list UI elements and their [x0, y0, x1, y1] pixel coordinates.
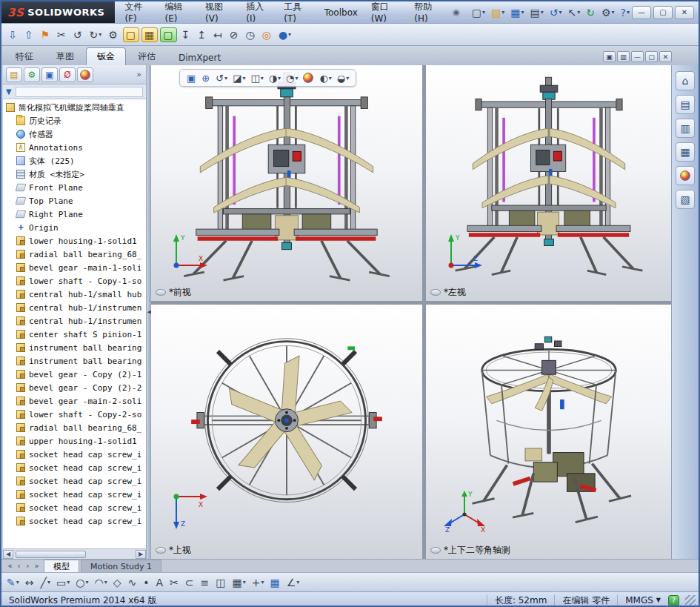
display-style-icon[interactable]: ◑ ▾ — [267, 70, 283, 85]
maximize-button[interactable]: ▢ — [653, 6, 673, 19]
flag-icon[interactable]: ⚑ — [38, 26, 53, 44]
point-icon[interactable]: • — [141, 574, 152, 591]
tree-item[interactable]: Right Plane — [3, 208, 146, 221]
tab-sheet-metal[interactable]: 钣金 — [86, 47, 126, 65]
target-icon[interactable]: ◎ — [260, 26, 274, 44]
tree-item[interactable]: socket head cap screw_i — [3, 501, 146, 514]
custom-properties-icon[interactable]: ▧ — [676, 190, 695, 209]
tab-model[interactable]: 模型 — [44, 560, 79, 572]
viewport-grid-icon[interactable]: ▥ — [617, 51, 630, 62]
move-entities-icon[interactable]: + ▾ — [250, 574, 267, 591]
design-library-icon[interactable]: ▤ — [676, 95, 695, 114]
tree-item[interactable]: Annotations — [3, 141, 146, 154]
file-explorer-icon[interactable]: ▥ — [676, 119, 695, 138]
help-icon[interactable]: ? ▾ — [619, 4, 632, 21]
rectangle-icon[interactable]: ▭ ▾ — [54, 574, 72, 591]
tree-item[interactable]: bevel gear -main-2-soli — [3, 394, 146, 408]
open-document-icon[interactable]: ▨ ▾ — [489, 4, 507, 21]
tree-item[interactable]: central hub-1/instrumen — [3, 301, 146, 314]
scroll-first-icon[interactable]: « — [6, 562, 14, 570]
appearances-icon[interactable] — [676, 166, 695, 185]
menu-help[interactable]: 帮助(H) — [407, 1, 449, 23]
tab-evaluate[interactable]: 评估 — [127, 47, 167, 65]
arrow-into-box-icon[interactable]: ⇩ — [6, 26, 20, 44]
scrollbar-thumb[interactable] — [16, 551, 86, 558]
trim-entities-icon[interactable]: ✂ — [167, 574, 181, 591]
displaymanager-icon[interactable] — [77, 67, 93, 82]
tree-item[interactable]: lower shaft - Copy-2-so — [3, 408, 146, 421]
smart-dimension-icon[interactable]: ↔ — [23, 574, 37, 591]
spline-icon[interactable]: ∿ — [125, 574, 139, 591]
menu-pin-icon[interactable]: ◉ — [449, 7, 464, 17]
tab-dimxpert[interactable]: DimXpert — [167, 50, 232, 65]
tree-item[interactable]: 材质 <未指定> — [3, 167, 146, 181]
arrow-out-of-box-icon[interactable]: ⇧ — [22, 26, 36, 44]
zoom-area-icon[interactable]: ⊕ — [199, 70, 213, 85]
menu-view[interactable]: 视图(V) — [199, 1, 239, 23]
tree-item[interactable]: socket head cap screw_i — [3, 461, 146, 474]
tree-item[interactable]: bevel gear -main-1-soli — [3, 261, 146, 274]
doc-restore-icon[interactable]: ▢ — [645, 51, 658, 62]
polygon-icon[interactable]: ◇ — [111, 574, 124, 591]
undo-icon[interactable]: ↺ ▾ — [547, 4, 564, 21]
rotate-ccw-icon[interactable]: ↺ — [71, 26, 85, 44]
rebuild-icon[interactable]: ↻ — [584, 4, 598, 21]
doc-minimize-icon[interactable]: — — [631, 51, 644, 62]
tree-item[interactable]: lower shaft - Copy-1-so — [3, 274, 146, 288]
tree-item[interactable]: socket head cap screw_i — [3, 448, 146, 461]
line-icon[interactable]: ╱ ▾ — [38, 574, 52, 591]
propertymanager-icon[interactable]: ⚙ — [24, 67, 40, 82]
tree-item[interactable]: 历史记录 — [3, 114, 146, 127]
grid-snap-icon[interactable]: ▦ — [267, 574, 282, 591]
resize-grip[interactable] — [685, 595, 696, 606]
menu-tools[interactable]: 工具(T) — [277, 1, 317, 23]
rotate-cw-icon[interactable]: ↻ ▾ — [87, 26, 104, 44]
view-palette-icon[interactable]: ▦ — [676, 142, 695, 162]
yellow-window-icon[interactable]: ▢ — [123, 27, 139, 42]
panel-overflow-chevron[interactable]: » — [136, 70, 143, 79]
tree-item[interactable]: lower housing-1-solid1 — [3, 234, 146, 248]
menu-file[interactable]: 文件(F) — [118, 1, 158, 23]
gear-icon[interactable]: ⚙ — [106, 26, 121, 44]
tree-item[interactable]: Origin — [3, 221, 146, 234]
featuremanager-icon[interactable]: ▤ — [6, 67, 22, 82]
tab-features[interactable]: 特征 — [4, 47, 44, 65]
viewport-top[interactable]: X Z *上视 — [151, 305, 422, 559]
scroll-last-icon[interactable]: » — [33, 562, 41, 570]
tree-item[interactable]: radial ball bearing_68_ — [3, 421, 146, 434]
print-icon[interactable]: ▤ ▾ — [527, 4, 545, 21]
apply-scene-icon[interactable]: ◐ ▾ — [317, 70, 333, 85]
tree-item[interactable]: instrument ball bearing — [3, 341, 146, 354]
dimxpertmanager-icon[interactable]: Ø — [59, 67, 76, 82]
previous-view-icon[interactable]: ↺ ▾ — [213, 70, 230, 85]
tree-item[interactable]: Front Plane — [3, 181, 146, 194]
minimize-button[interactable]: — — [632, 6, 651, 19]
new-document-icon[interactable]: ▢ ▾ — [470, 4, 487, 21]
configurationmanager-icon[interactable]: ▣ — [41, 67, 58, 82]
scroll-left-icon[interactable]: ◀ — [3, 550, 13, 559]
tree-item[interactable]: bevel gear - Copy (2)-2 — [3, 381, 146, 394]
units-selector[interactable]: MMGS ▼ — [617, 594, 668, 606]
text-icon[interactable]: A — [153, 574, 166, 591]
tree-horizontal-scrollbar[interactable]: ◀ ▶ — [3, 548, 146, 559]
tree-item[interactable]: upper housing-1-solid1 — [3, 434, 146, 448]
align-top-icon[interactable]: ↥ — [195, 26, 209, 44]
offset-entities-icon[interactable]: ≡ — [198, 574, 212, 591]
tree-item[interactable]: Top Plane — [3, 194, 146, 208]
viewport-isometric[interactable]: Y X Z *上下二等角轴测 — [426, 305, 671, 559]
scrollbar-track[interactable] — [14, 550, 135, 559]
tree-root-item[interactable]: 简化模拟飞机螺旋桨同轴垂直 — [3, 101, 146, 114]
viewport-front[interactable]: Y X *前视 — [151, 65, 422, 301]
sketch-icon[interactable]: ✎ ▾ — [4, 574, 21, 591]
zoom-fit-icon[interactable]: ▣ — [184, 70, 199, 85]
menu-toolbox[interactable]: Toolbox — [318, 1, 364, 23]
viewport-left[interactable]: Y Z *左视 — [426, 65, 671, 301]
tree-item[interactable]: 传感器 — [3, 127, 146, 141]
scroll-next-icon[interactable]: › — [24, 562, 32, 570]
mirror-entities-icon[interactable]: ◫ — [213, 574, 228, 591]
tree-item[interactable]: central hub-1/small hub — [3, 288, 146, 301]
tree-item[interactable]: radial ball bearing_68_ — [3, 248, 146, 261]
filter-funnel-icon[interactable]: ▼ — [6, 87, 12, 96]
tree-item[interactable]: socket head cap screw_i — [3, 514, 146, 528]
view-settings-icon[interactable]: ◒ ▾ — [335, 70, 351, 85]
